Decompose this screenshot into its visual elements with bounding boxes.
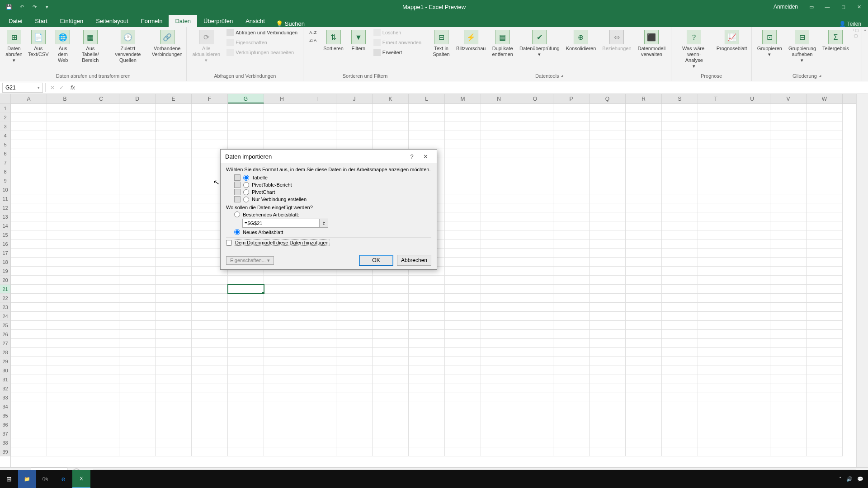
option-pivot-table[interactable]: PivotTable-Bericht: [226, 181, 431, 188]
import-data-dialog: Daten importieren ? ✕ Wählen Sie das For…: [220, 149, 437, 270]
dialog-prompt-format: Wählen Sie das Format aus, in dem Sie di…: [226, 167, 431, 172]
pivotchart-option-icon: [234, 189, 241, 195]
radio-pivot[interactable]: [243, 182, 249, 188]
ok-button[interactable]: OK: [359, 255, 393, 266]
table-option-icon: [234, 174, 241, 181]
dialog-close-button[interactable]: ✕: [419, 153, 432, 160]
cancel-button[interactable]: Abbrechen: [397, 255, 431, 266]
radio-pivotchart[interactable]: [243, 189, 249, 195]
dialog-titlebar[interactable]: Daten importieren ? ✕: [221, 150, 437, 163]
cell-reference-input[interactable]: [242, 219, 319, 228]
option-table[interactable]: Tabelle: [226, 174, 431, 181]
dialog-prompt-where: Wo sollen die Daten eingefügt werden?: [226, 205, 431, 210]
radio-connection[interactable]: [243, 197, 249, 202]
option-connection-only[interactable]: Nur Verbindung erstellen: [226, 196, 431, 203]
dialog-title: Daten importieren: [225, 153, 405, 160]
option-add-to-model[interactable]: Dem Datenmodell diese Daten hinzufügen: [226, 237, 431, 248]
connection-option-icon: [234, 196, 241, 202]
modal-overlay: Daten importieren ? ✕ Wählen Sie das For…: [0, 0, 868, 488]
radio-existing[interactable]: [234, 211, 240, 217]
checkbox-data-model[interactable]: [226, 240, 232, 246]
option-new-sheet[interactable]: Neues Arbeitsblatt: [226, 229, 431, 235]
option-existing-sheet[interactable]: Bestehendes Arbeitsblatt:: [226, 211, 431, 218]
collapse-dialog-button[interactable]: ↥: [319, 219, 328, 228]
properties-dialog-button[interactable]: Eigenschaften... ▾: [226, 256, 274, 265]
pivot-option-icon: [234, 182, 241, 188]
radio-new-sheet[interactable]: [234, 229, 240, 235]
radio-table[interactable]: [243, 175, 249, 181]
option-pivot-chart[interactable]: PivotChart: [226, 188, 431, 196]
dialog-help-button[interactable]: ?: [405, 153, 419, 160]
